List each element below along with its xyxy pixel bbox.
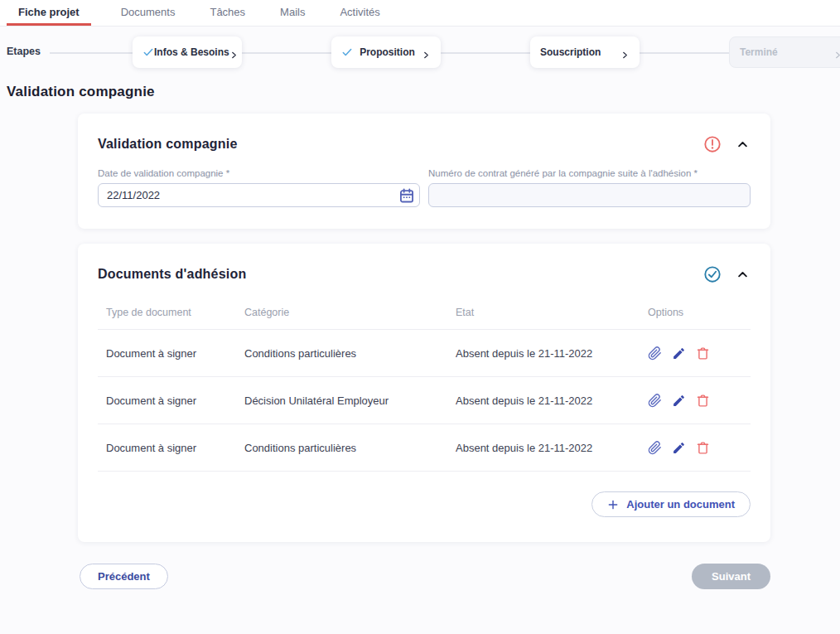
contract-number-label: Numéro de contrat généré par la compagni… xyxy=(428,168,751,178)
tab-documents[interactable]: Documents xyxy=(116,0,181,26)
doc-state: Absent depuis le 21-11-2022 xyxy=(447,347,640,360)
wizard-footer: Précédent Suivant xyxy=(0,542,840,589)
table-row: Document à signer Décision Unilatéral Em… xyxy=(98,377,751,424)
date-field-label: Date de validation compagnie * xyxy=(98,168,420,178)
collapse-validation-button[interactable] xyxy=(735,137,751,152)
chevron-right-icon xyxy=(620,48,630,57)
paperclip-icon xyxy=(648,445,662,457)
chevron-up-icon xyxy=(736,271,749,283)
tab-activites[interactable]: Activités xyxy=(335,0,384,26)
check-circle-icon xyxy=(703,265,722,283)
chevron-right-icon xyxy=(833,48,840,57)
add-document-label: Ajouter un document xyxy=(626,498,735,511)
pencil-icon xyxy=(672,398,686,410)
doc-category: Conditions particulières xyxy=(236,442,447,454)
tab-fiche-projet[interactable]: Fiche projet xyxy=(7,0,91,26)
doc-category: Conditions particulières xyxy=(236,347,447,360)
chevron-up-icon xyxy=(736,141,749,153)
delete-button[interactable] xyxy=(696,394,710,408)
edit-button[interactable] xyxy=(672,346,686,361)
col-categorie-header: Catégorie xyxy=(236,307,447,318)
check-icon xyxy=(341,46,353,58)
doc-options xyxy=(640,394,751,408)
documents-card-header: Documents d'adhésion xyxy=(98,265,751,283)
doc-type: Document à signer xyxy=(98,442,236,454)
attach-button[interactable] xyxy=(648,346,662,361)
edit-button[interactable] xyxy=(672,441,686,455)
calendar-icon[interactable] xyxy=(398,187,415,204)
table-row: Document à signer Conditions particulièr… xyxy=(98,330,751,377)
doc-state: Absent depuis le 21-11-2022 xyxy=(447,442,640,454)
col-type-header: Type de document xyxy=(98,307,236,318)
trash-icon xyxy=(696,351,710,363)
validation-card-title: Validation compagnie xyxy=(98,137,703,152)
attach-button[interactable] xyxy=(648,394,662,408)
previous-button[interactable]: Précédent xyxy=(80,564,168,589)
pencil-icon xyxy=(672,351,686,363)
collapse-documents-button[interactable] xyxy=(735,267,751,283)
step-label: Proposition xyxy=(360,46,415,58)
documents-table: Type de document Catégorie Etat Options … xyxy=(98,295,751,472)
next-button[interactable]: Suivant xyxy=(692,564,770,589)
steps-label: Etapes xyxy=(7,46,41,57)
tab-mails[interactable]: Mails xyxy=(275,0,310,26)
trash-icon xyxy=(696,398,710,410)
step-souscription[interactable]: Souscription xyxy=(530,36,640,68)
doc-state: Absent depuis le 21-11-2022 xyxy=(447,394,640,407)
attach-button[interactable] xyxy=(648,441,662,455)
doc-options xyxy=(640,346,751,361)
add-document-row: Ajouter un document xyxy=(98,491,751,517)
step-label: Infos & Besoins xyxy=(154,46,229,58)
warning-icon xyxy=(703,135,722,153)
paperclip-icon xyxy=(648,398,662,410)
step-label: Terminé xyxy=(740,46,778,58)
doc-category: Décision Unilatéral Employeur xyxy=(236,394,447,407)
paperclip-icon xyxy=(648,351,662,363)
date-field: Date de validation compagnie * xyxy=(98,168,420,207)
chevron-right-icon xyxy=(422,48,431,57)
delete-button[interactable] xyxy=(696,441,710,455)
table-row: Document à signer Conditions particulièr… xyxy=(98,424,751,472)
doc-options xyxy=(640,441,751,455)
tab-taches[interactable]: Tâches xyxy=(205,0,250,26)
check-icon xyxy=(142,46,154,58)
page-title: Validation compagnie xyxy=(7,84,840,100)
documents-card: Documents d'adhésion Type de document Ca… xyxy=(78,244,770,542)
pencil-icon xyxy=(672,445,686,457)
steps-bar: Etapes Infos & Besoins Proposition Sousc… xyxy=(0,34,840,72)
doc-type: Document à signer xyxy=(98,347,236,360)
contract-number-field: Numéro de contrat généré par la compagni… xyxy=(428,168,751,207)
chevron-right-icon xyxy=(229,48,239,57)
col-options-header: Options xyxy=(640,307,751,318)
step-infos-besoins[interactable]: Infos & Besoins xyxy=(133,36,242,68)
step-proposition[interactable]: Proposition xyxy=(331,36,441,68)
tab-bar: Fiche projet Documents Tâches Mails Acti… xyxy=(0,0,840,27)
date-input[interactable] xyxy=(98,183,420,207)
step-label: Souscription xyxy=(540,46,601,58)
validation-card: Validation compagnie Date de validation … xyxy=(78,114,770,229)
trash-icon xyxy=(696,445,710,457)
edit-button[interactable] xyxy=(672,394,686,408)
documents-card-title: Documents d'adhésion xyxy=(98,267,703,282)
validation-card-header: Validation compagnie xyxy=(98,135,751,153)
col-etat-header: Etat xyxy=(447,307,640,318)
table-header-row: Type de document Catégorie Etat Options xyxy=(98,295,751,330)
doc-type: Document à signer xyxy=(98,394,236,407)
delete-button[interactable] xyxy=(696,346,710,361)
app-root: Fiche projet Documents Tâches Mails Acti… xyxy=(0,0,840,634)
contract-number-input[interactable] xyxy=(428,183,751,207)
add-document-button[interactable]: Ajouter un document xyxy=(591,491,751,517)
step-termine: Terminé xyxy=(729,36,840,68)
plus-icon xyxy=(607,499,619,511)
validation-fields: Date de validation compagnie * Numéro de… xyxy=(98,168,751,207)
